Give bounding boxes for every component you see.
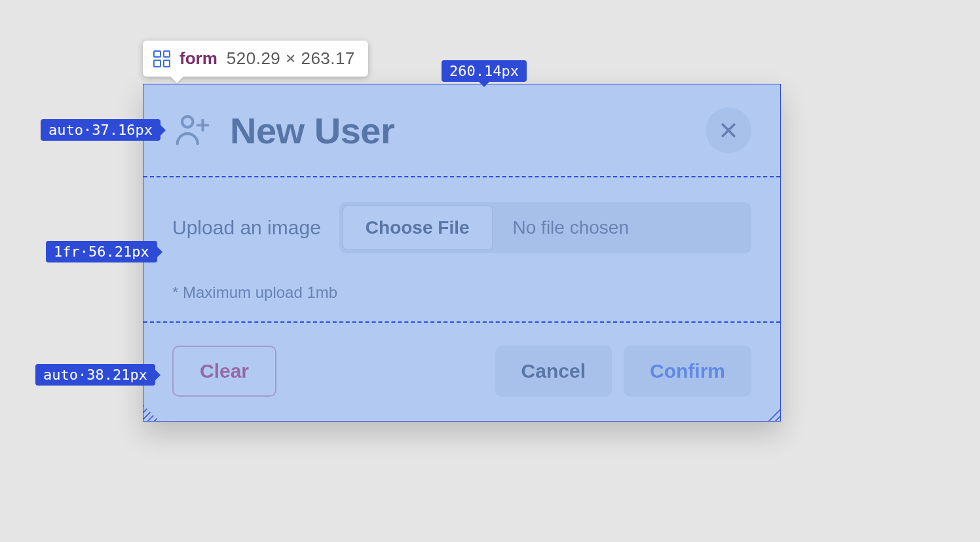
inspect-element-dims: 520.29 × 263.17 [227, 48, 355, 69]
upload-row: Upload an image Choose File No file chos… [172, 202, 751, 253]
dialog-title: New User [230, 109, 394, 152]
dialog-header: New User [143, 84, 780, 176]
new-user-dialog: New User Upload an image Choose File No … [143, 84, 781, 422]
inspect-tooltip: form 520.29 × 263.17 [143, 41, 368, 77]
confirm-button[interactable]: Confirm [624, 346, 751, 397]
inspect-element-tag: form [179, 48, 217, 69]
clear-button[interactable]: Clear [172, 346, 276, 397]
choose-file-button[interactable]: Choose File [343, 206, 493, 250]
grid-row1-size-pill: auto·37.16px [41, 119, 160, 141]
close-icon [719, 120, 738, 140]
close-button[interactable] [706, 107, 751, 153]
grid-row2-size-pill: 1fr·56.21px [46, 241, 157, 262]
grid-col-size-pill: 260.14px [442, 60, 527, 82]
upload-hint: * Maximum upload 1mb [172, 283, 751, 302]
grid-row3-size-pill: auto·38.21px [35, 364, 155, 386]
grid-icon [153, 50, 170, 67]
svg-point-0 [182, 117, 193, 128]
dialog-body: Upload an image Choose File No file chos… [143, 176, 780, 321]
dialog-footer: Clear Cancel Confirm [143, 321, 780, 421]
cancel-button[interactable]: Cancel [495, 346, 612, 397]
user-plus-icon [172, 110, 213, 151]
upload-label: Upload an image [172, 217, 321, 239]
file-status: No file chosen [496, 217, 629, 238]
file-input[interactable]: Choose File No file chosen [339, 202, 751, 253]
